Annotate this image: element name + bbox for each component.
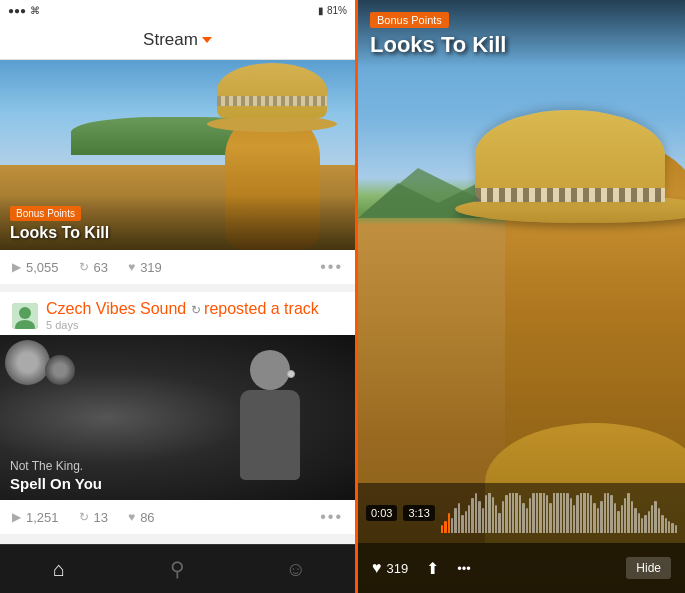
repost-action-text: ↻: [191, 303, 204, 317]
status-bar-right: ▮ 81%: [318, 5, 347, 16]
search-icon: ⚲: [170, 557, 185, 581]
repost-count-1[interactable]: ↻ 63: [79, 260, 108, 275]
bottom-nav: ⌂ ⚲ ☺: [0, 544, 355, 593]
nav-search[interactable]: ⚲: [118, 545, 236, 593]
hide-button[interactable]: Hide: [626, 557, 671, 579]
total-time: 3:13: [403, 505, 434, 521]
chevron-down-icon: [202, 37, 212, 43]
home-icon: ⌂: [53, 558, 65, 581]
more-button-2[interactable]: •••: [320, 508, 343, 526]
play-icon: ▶: [12, 260, 21, 274]
profile-icon: ☺: [286, 558, 306, 581]
right-bottom-controls: ♥ 319 ⬆ ••• Hide: [358, 543, 685, 593]
battery-icon: ▮: [318, 5, 324, 16]
light-2: [45, 355, 75, 385]
repost-time: 5 days: [46, 319, 319, 331]
right-top-overlay: Bonus Points Looks To Kill: [358, 0, 685, 68]
track-subtitle-2: Not The King.: [10, 459, 345, 473]
like-button[interactable]: ♥ 319: [372, 559, 408, 577]
repost-icon-2: ↻: [79, 510, 89, 524]
nav-profile[interactable]: ☺: [237, 545, 355, 593]
waveform-container[interactable]: 0:03 3:13: [358, 483, 685, 543]
signal-dots: ●●●: [8, 5, 26, 16]
nav-home[interactable]: ⌂: [0, 545, 118, 593]
stream-title[interactable]: Stream: [143, 30, 212, 50]
avatar-image: [12, 303, 38, 329]
track-artwork-1[interactable]: Bonus Points Looks To Kill: [0, 60, 355, 250]
right-hat-band: [475, 188, 665, 202]
repost-count-value-2: 13: [94, 510, 108, 525]
repost-object-label: a track: [271, 300, 319, 317]
waveform[interactable]: [441, 493, 677, 533]
share-icon: ⬆: [426, 559, 439, 578]
repost-icon: ↻: [79, 260, 89, 274]
track-overlay-1: Bonus Points Looks To Kill: [0, 195, 355, 250]
status-bar: ●●● ⌘ ▮ 81%: [0, 0, 355, 20]
more-button-right[interactable]: •••: [457, 561, 471, 576]
battery-percent: 81%: [327, 5, 347, 16]
like-count-value: 319: [140, 260, 162, 275]
heart-icon-2: ♥: [128, 510, 135, 524]
figure-head: [250, 350, 290, 390]
play-count-2: ▶ 1,251: [12, 510, 59, 525]
app-header: Stream: [0, 20, 355, 60]
earring: [287, 370, 295, 378]
play-count-value: 5,055: [26, 260, 59, 275]
play-count-1: ▶ 5,055: [12, 260, 59, 275]
hat-band: [217, 96, 327, 106]
like-count-right: 319: [387, 561, 409, 576]
like-count-value-2: 86: [140, 510, 154, 525]
right-track-title: Looks To Kill: [370, 32, 673, 58]
right-artwork: Bonus Points Looks To Kill 0:03 3:13 ♥ 3…: [358, 0, 685, 593]
right-panel: Bonus Points Looks To Kill 0:03 3:13 ♥ 3…: [355, 0, 685, 593]
right-hat-crown: [475, 110, 665, 200]
right-artist-badge: Bonus Points: [370, 12, 449, 28]
heart-icon-right: ♥: [372, 559, 382, 577]
status-bar-left: ●●● ⌘: [8, 5, 40, 16]
repost-count-value: 63: [94, 260, 108, 275]
bw-overlay: Not The King. Spell On You: [0, 451, 355, 500]
track-title-1: Looks To Kill: [10, 224, 345, 242]
repost-count-2[interactable]: ↻ 13: [79, 510, 108, 525]
like-count-2[interactable]: ♥ 86: [128, 510, 155, 525]
feed: Bonus Points Looks To Kill ▶ 5,055 ↻ 63 …: [0, 60, 355, 544]
left-panel: ●●● ⌘ ▮ 81% Stream: [0, 0, 355, 593]
light-1: [5, 340, 50, 385]
play-count-value-2: 1,251: [26, 510, 59, 525]
repost-text-container: Czech Vibes Sound ↻ reposted a track 5 d…: [46, 300, 319, 331]
share-button[interactable]: ⬆: [426, 559, 439, 578]
track-card-2: Not The King. Spell On You ▶ 1,251 ↻ 13 …: [0, 335, 355, 534]
repost-username[interactable]: Czech Vibes Sound: [46, 300, 186, 317]
like-count-1[interactable]: ♥ 319: [128, 260, 162, 275]
wifi-icon: ⌘: [30, 5, 40, 16]
more-dots-icon: •••: [457, 561, 471, 576]
track-artwork-2[interactable]: Not The King. Spell On You: [0, 335, 355, 500]
user-avatar-1: [12, 303, 38, 329]
track-card-1: Bonus Points Looks To Kill ▶ 5,055 ↻ 63 …: [0, 60, 355, 284]
hat-crown: [217, 63, 327, 118]
track-title-2: Spell On You: [10, 475, 345, 492]
header-label: Stream: [143, 30, 198, 50]
heart-icon: ♥: [128, 260, 135, 274]
track-stats-1: ▶ 5,055 ↻ 63 ♥ 319 •••: [0, 250, 355, 284]
more-button-1[interactable]: •••: [320, 258, 343, 276]
artist-badge-1: Bonus Points: [10, 206, 81, 221]
repost-info-1: Czech Vibes Sound ↻ reposted a track 5 d…: [0, 292, 355, 335]
track-stats-2: ▶ 1,251 ↻ 13 ♥ 86 •••: [0, 500, 355, 534]
hat-brim: [207, 116, 337, 132]
current-time: 0:03: [366, 505, 397, 521]
play-icon-2: ▶: [12, 510, 21, 524]
repost-action-label: reposted: [204, 300, 266, 317]
